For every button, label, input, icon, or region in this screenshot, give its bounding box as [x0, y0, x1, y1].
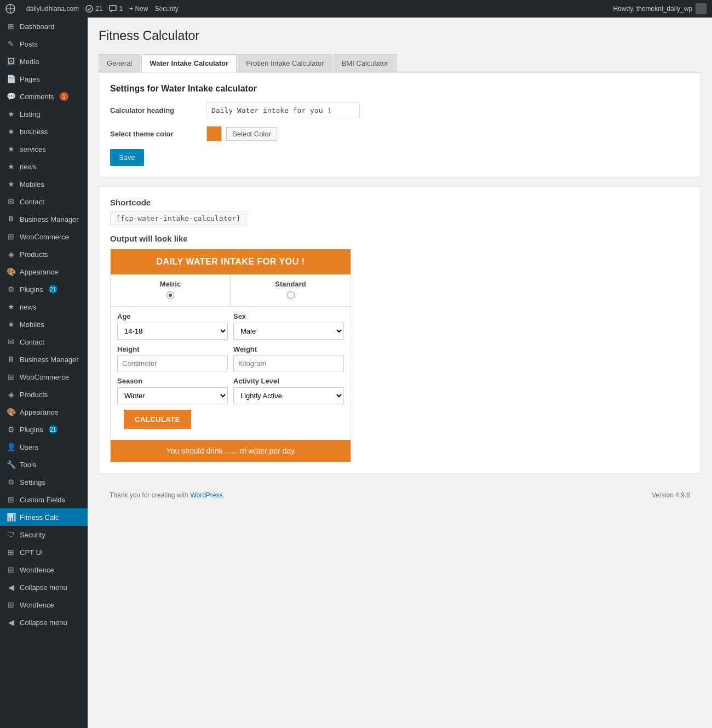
sidebar-item-products2[interactable]: ◈ Products: [0, 386, 88, 403]
business-icon: ★: [7, 127, 15, 136]
news2-icon: ★: [7, 302, 15, 311]
weight-label: Weight: [233, 345, 344, 353]
sidebar-item-dashboard[interactable]: ⊞ Dashboard: [0, 18, 88, 35]
comments-badge: 1: [60, 92, 68, 101]
settings-icon: ⚙: [7, 478, 15, 486]
calc-age-sex-row: Age 14-18 19-30 31-50 51+ Sex: [117, 312, 344, 340]
sidebar-item-label: Media: [20, 58, 39, 66]
metric-radio[interactable]: [166, 291, 174, 299]
output-label: Output will look like: [110, 234, 690, 243]
sidebar-item-label: Mobiles: [20, 320, 44, 329]
admin-sidebar: ⊞ Dashboard ✎ Posts 🖼 Media 📄 Pages 💬 Co…: [0, 18, 88, 728]
sidebar-item-mobiles2[interactable]: ★ Mobiles: [0, 316, 88, 333]
settings-panel-title: Settings for Water Intake calculator: [110, 84, 690, 94]
weight-input[interactable]: [233, 356, 344, 371]
theme-color-row: Select theme color Select Color: [110, 126, 690, 141]
calculator-heading-label: Calculator heading: [110, 106, 198, 114]
admin-bar-site[interactable]: dailyludhiana.com: [26, 5, 79, 13]
wordfence2-icon: ⊞: [7, 600, 15, 609]
tab-protein-intake[interactable]: Protien Intake Calculator: [238, 54, 332, 72]
sidebar-item-plugins[interactable]: ⚙ Plugins 21: [0, 280, 88, 298]
sidebar-item-news2[interactable]: ★ news: [0, 298, 88, 316]
sidebar-item-contact[interactable]: ✉ Contact: [0, 193, 88, 210]
sidebar-item-business-manager2[interactable]: B Business Manager: [0, 351, 88, 368]
height-input[interactable]: [117, 356, 228, 371]
sidebar-item-collapse-menu[interactable]: ◀ Collapse menu: [0, 578, 88, 596]
plugins2-badge: 21: [49, 425, 58, 434]
calc-fields: Age 14-18 19-30 31-50 51+ Sex: [111, 307, 351, 434]
sidebar-item-custom-fields[interactable]: ⊞ Custom Fields: [0, 491, 88, 508]
admin-bar: dailyludhiana.com 21 1 + New Security Ho…: [0, 0, 712, 18]
tab-bar: General Water Intake Calculator Protien …: [99, 54, 701, 72]
save-button[interactable]: Save: [110, 149, 144, 166]
admin-bar-updates[interactable]: 21: [85, 5, 102, 13]
sidebar-item-users[interactable]: 👤 Users: [0, 438, 88, 456]
sidebar-item-business[interactable]: ★ business: [0, 123, 88, 140]
sidebar-item-mobiles[interactable]: ★ Mobiles: [0, 175, 88, 193]
calc-height-group: Height: [117, 345, 228, 371]
age-select[interactable]: 14-18 19-30 31-50 51+: [117, 323, 228, 340]
sidebar-item-label: Wordfence: [20, 601, 54, 609]
sidebar-item-products[interactable]: ◈ Products: [0, 245, 88, 263]
sidebar-item-contact2[interactable]: ✉ Contact: [0, 333, 88, 351]
admin-bar-comments[interactable]: 1: [109, 5, 123, 13]
wordpress-link[interactable]: WordPress: [190, 491, 222, 499]
standard-radio[interactable]: [287, 291, 295, 299]
sidebar-item-label: Products: [20, 250, 48, 259]
sidebar-item-settings[interactable]: ⚙ Settings: [0, 473, 88, 491]
sidebar-item-label: news: [20, 163, 36, 171]
color-swatch[interactable]: [206, 126, 222, 141]
listing-icon: ★: [7, 110, 15, 118]
mobiles-icon: ★: [7, 180, 15, 188]
sidebar-item-plugins2[interactable]: ⚙ Plugins 21: [0, 421, 88, 438]
sidebar-item-security[interactable]: 🛡 Security: [0, 526, 88, 543]
calculator-heading-input[interactable]: [206, 102, 360, 118]
sidebar-item-posts[interactable]: ✎ Posts: [0, 35, 88, 53]
select-color-button[interactable]: Select Color: [226, 127, 277, 141]
admin-bar-wp-icon[interactable]: [5, 4, 15, 14]
sidebar-item-business-manager[interactable]: B Business Manager: [0, 210, 88, 228]
metric-label: Metric: [116, 280, 225, 288]
pages-icon: 📄: [7, 74, 15, 83]
sidebar-item-fitness-calc[interactable]: 📊 Fitness Calc: [0, 508, 88, 526]
tab-water-intake[interactable]: Water Intake Calculator: [141, 54, 237, 72]
sidebar-item-listing[interactable]: ★ Listing: [0, 105, 88, 123]
standard-label: Standard: [236, 280, 345, 288]
calculate-button[interactable]: CALCULATE: [124, 410, 191, 429]
sidebar-item-label: Products: [20, 391, 48, 399]
sidebar-item-wordfence[interactable]: ⊞ Wordfence: [0, 561, 88, 578]
calc-metric-cell: Metric: [111, 274, 231, 306]
sex-select[interactable]: Male Female: [233, 323, 344, 340]
sidebar-item-collapse-menu2[interactable]: ◀ Collapse menu: [0, 614, 88, 631]
sidebar-item-woocommerce2[interactable]: ⊞ WooCommerce: [0, 368, 88, 386]
products2-icon: ◈: [7, 390, 15, 399]
sidebar-item-label: Settings: [20, 478, 45, 486]
sidebar-item-appearance2[interactable]: 🎨 Appearance: [0, 403, 88, 421]
admin-bar-new[interactable]: + New: [129, 5, 148, 13]
svg-rect-2: [110, 5, 116, 10]
tab-general[interactable]: General: [99, 54, 140, 72]
sidebar-item-cpt-ui[interactable]: ⊞ CPT UI: [0, 543, 88, 561]
activity-label: Activity Level: [233, 377, 344, 385]
activity-select[interactable]: Lightly Active Sedentary Moderately Acti…: [233, 387, 344, 404]
sidebar-item-woocommerce[interactable]: ⊞ WooCommerce: [0, 228, 88, 245]
wc2-icon: ⊞: [7, 372, 15, 381]
tab-bmi[interactable]: BMI Calculator: [334, 54, 397, 72]
sidebar-item-appearance[interactable]: 🎨 Appearance: [0, 263, 88, 280]
color-picker-wrapper: Select Color: [206, 126, 277, 141]
services-icon: ★: [7, 145, 15, 153]
season-select[interactable]: Winter Summer Spring Autumn: [117, 387, 228, 404]
sidebar-item-label: Plugins: [20, 426, 43, 434]
admin-bar-security[interactable]: Security: [154, 5, 178, 13]
sidebar-item-pages[interactable]: 📄 Pages: [0, 70, 88, 88]
users-icon: 👤: [7, 443, 15, 451]
collapse-icon: ◀: [7, 583, 15, 592]
sidebar-item-media[interactable]: 🖼 Media: [0, 53, 88, 70]
sidebar-item-tools[interactable]: 🔧 Tools: [0, 456, 88, 473]
sidebar-item-wordfence2[interactable]: ⊞ Wordfence: [0, 596, 88, 614]
calc-season-group: Season Winter Summer Spring Autumn: [117, 377, 228, 404]
sidebar-item-news[interactable]: ★ news: [0, 158, 88, 175]
sidebar-item-comments[interactable]: 💬 Comments 1: [0, 88, 88, 105]
theme-color-label: Select theme color: [110, 130, 198, 138]
sidebar-item-services[interactable]: ★ services: [0, 140, 88, 158]
